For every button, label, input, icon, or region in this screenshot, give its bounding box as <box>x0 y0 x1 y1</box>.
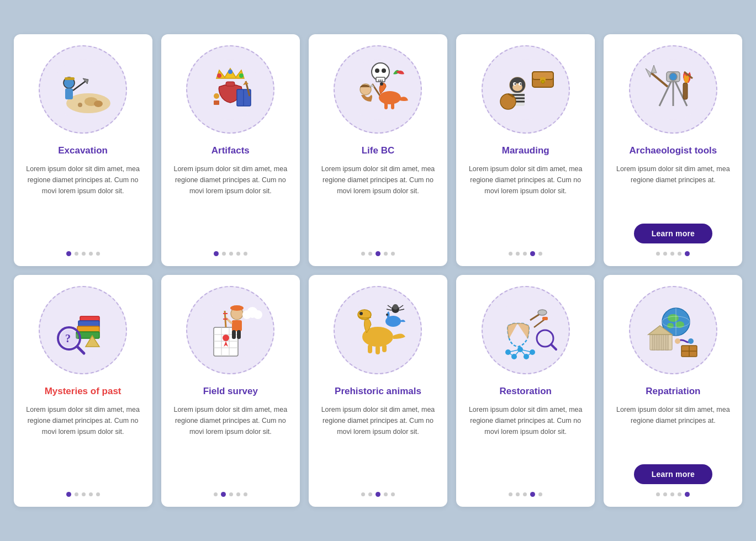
svg-rect-32 <box>391 103 394 109</box>
restoration-title: Restoration <box>499 385 551 397</box>
dot-4 <box>384 492 388 496</box>
svg-point-47 <box>514 83 516 85</box>
dot-4 <box>236 492 240 496</box>
svg-rect-82 <box>237 330 241 339</box>
card-excavation: Excavation Lorem ipsum dolor sit dim ame… <box>14 34 152 266</box>
dot-1 <box>214 251 219 256</box>
dot-3 <box>523 252 527 256</box>
dot-5 <box>538 492 542 496</box>
field-survey-title: Field survey <box>203 385 258 397</box>
card-life-bc: Life BC Lorem ipsum dolor sit dim amet, … <box>309 34 447 266</box>
svg-rect-131 <box>652 335 655 350</box>
svg-point-98 <box>386 314 388 316</box>
svg-point-49 <box>500 94 516 109</box>
marauding-title: Marauding <box>502 145 549 157</box>
restoration-dots <box>509 492 542 497</box>
mysteries-icon-area: ? <box>39 286 127 374</box>
prehistoric-animals-title: Prehistoric animals <box>335 385 421 397</box>
dot-4 <box>678 492 681 496</box>
repatriation-icon-area <box>629 286 717 374</box>
svg-point-29 <box>379 91 401 104</box>
svg-rect-94 <box>368 344 372 353</box>
archaeologist-tools-dots <box>656 251 690 256</box>
svg-line-103 <box>399 305 403 308</box>
dot-5 <box>538 252 542 256</box>
card-restoration: Restoration Lorem ipsum dolor sit dim am… <box>456 275 595 507</box>
artifacts-dots <box>214 251 247 256</box>
dot-3 <box>229 492 233 496</box>
dot-4 <box>530 251 535 256</box>
svg-point-89 <box>253 310 262 319</box>
repatriation-title: Repatriation <box>646 385 700 397</box>
dot-1 <box>66 492 71 497</box>
excavation-dots <box>66 251 100 256</box>
svg-point-17 <box>214 93 219 99</box>
dot-5 <box>685 251 690 256</box>
card-field-survey: Field survey Lorem ipsum dolor sit dim a… <box>161 275 300 507</box>
svg-point-100 <box>393 304 398 310</box>
dot-5 <box>391 252 395 256</box>
card-archaeologist-tools: Archaeologist tools Lorem ipsum dolor si… <box>604 34 742 266</box>
svg-rect-31 <box>384 103 388 109</box>
dot-3 <box>82 252 86 256</box>
svg-rect-96 <box>382 344 387 352</box>
svg-point-7 <box>94 100 103 107</box>
dot-1 <box>66 251 71 256</box>
dot-2 <box>221 492 226 497</box>
life-bc-body: Lorem ipsum dolor sit dim amet, mea regi… <box>319 163 437 243</box>
svg-rect-18 <box>214 100 219 105</box>
repatriation-body: Lorem ipsum dolor sit dim amet, mea regi… <box>614 404 732 457</box>
restoration-icon-area <box>482 286 570 374</box>
svg-point-10 <box>217 73 221 78</box>
svg-rect-109 <box>542 317 548 320</box>
dot-2 <box>663 252 667 256</box>
dot-3 <box>670 492 674 496</box>
dot-1 <box>656 252 660 256</box>
svg-point-107 <box>538 310 547 315</box>
dot-2 <box>516 252 520 256</box>
svg-point-37 <box>541 80 544 83</box>
repatriation-learn-more-button[interactable]: Learn more <box>634 464 712 484</box>
marauding-icon-area <box>482 45 570 134</box>
dot-5 <box>96 252 100 256</box>
svg-point-76 <box>223 335 229 341</box>
card-artifacts: Artifacts Lorem ipsum dolor sit dim amet… <box>161 34 300 266</box>
archaeologist-tools-icon-area <box>629 45 717 134</box>
svg-point-93 <box>360 312 363 315</box>
dot-4 <box>678 252 681 256</box>
dot-3 <box>229 252 233 256</box>
dot-1 <box>214 492 218 496</box>
svg-line-104 <box>399 309 404 310</box>
excavation-title: Excavation <box>58 145 108 157</box>
svg-rect-3 <box>65 77 75 80</box>
svg-rect-58 <box>683 83 688 99</box>
main-grid: Excavation Lorem ipsum dolor sit dim ame… <box>14 34 743 507</box>
dot-2 <box>516 492 520 496</box>
card-marauding: Marauding Lorem ipsum dolor sit dim amet… <box>456 34 595 266</box>
mysteries-dots <box>66 492 100 497</box>
archaeologist-tools-learn-more-button[interactable]: Learn more <box>634 224 712 243</box>
svg-rect-81 <box>232 330 236 339</box>
svg-point-8 <box>78 103 82 107</box>
field-survey-body: Lorem ipsum dolor sit dim amet, mea regi… <box>171 404 290 484</box>
prehistoric-animals-body: Lorem ipsum dolor sit dim amet, mea regi… <box>319 404 437 484</box>
restoration-body: Lorem ipsum dolor sit dim amet, mea regi… <box>466 404 585 484</box>
dot-5 <box>96 492 100 496</box>
dot-2 <box>222 252 226 256</box>
dot-4 <box>89 252 93 256</box>
svg-point-127 <box>667 323 674 328</box>
card-prehistoric-animals: Prehistoric animals Lorem ipsum dolor si… <box>309 275 447 507</box>
artifacts-title: Artifacts <box>212 145 250 157</box>
dot-4 <box>89 492 93 496</box>
svg-rect-134 <box>665 335 668 350</box>
field-survey-dots <box>214 492 247 497</box>
prehistoric-animals-dots <box>361 492 395 497</box>
dot-5 <box>244 492 247 496</box>
card-mysteries-of-past: ? Mysteries of past Lorem ipsum dolor si… <box>14 275 152 507</box>
dot-1 <box>361 492 365 496</box>
artifacts-icon-area <box>186 45 274 134</box>
svg-text:?: ? <box>65 332 71 344</box>
svg-point-22 <box>375 68 379 73</box>
mysteries-body: Lorem ipsum dolor sit dim amet, mea regi… <box>24 404 142 484</box>
prehistoric-animals-icon-area <box>334 286 422 374</box>
